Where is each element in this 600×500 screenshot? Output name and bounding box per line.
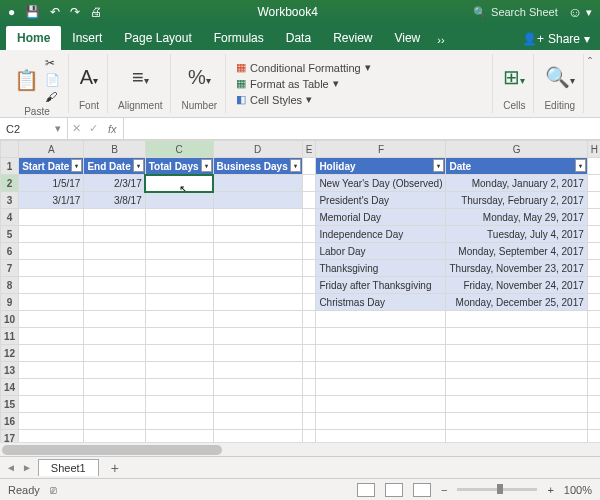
cell[interactable]	[19, 277, 84, 294]
zoom-in-button[interactable]: +	[547, 484, 553, 496]
cell[interactable]	[84, 277, 145, 294]
cell[interactable]	[587, 345, 600, 362]
col-header-b[interactable]: B	[84, 141, 145, 158]
cell[interactable]	[19, 311, 84, 328]
cell[interactable]	[446, 328, 587, 345]
cell[interactable]	[213, 175, 302, 192]
row-header-4[interactable]: 4	[1, 209, 19, 226]
cell[interactable]	[145, 294, 213, 311]
cell[interactable]	[446, 430, 587, 443]
cell[interactable]	[587, 226, 600, 243]
editing-icon[interactable]: 🔍▾	[545, 65, 575, 89]
cell[interactable]	[587, 294, 600, 311]
cell[interactable]	[84, 260, 145, 277]
cell[interactable]: Labor Day	[316, 243, 446, 260]
row-header-9[interactable]: 9	[1, 294, 19, 311]
row-header-16[interactable]: 16	[1, 413, 19, 430]
cell[interactable]	[213, 430, 302, 443]
cell[interactable]	[145, 209, 213, 226]
format-painter-icon[interactable]: 🖌	[45, 90, 60, 104]
row-header-10[interactable]: 10	[1, 311, 19, 328]
fx-icon[interactable]: fx	[102, 118, 124, 139]
cell[interactable]	[19, 379, 84, 396]
cell[interactable]	[145, 430, 213, 443]
cell[interactable]	[19, 413, 84, 430]
cell[interactable]	[587, 362, 600, 379]
cell[interactable]	[84, 362, 145, 379]
cell[interactable]	[316, 413, 446, 430]
view-page-break-icon[interactable]	[413, 483, 431, 497]
row-header-11[interactable]: 11	[1, 328, 19, 345]
filter-icon[interactable]: ▾	[133, 159, 144, 172]
cell-styles-button[interactable]: ◧Cell Styles ▾	[236, 92, 312, 107]
row-header-1[interactable]: 1	[1, 158, 19, 175]
cell[interactable]	[587, 158, 600, 175]
cell[interactable]	[19, 209, 84, 226]
cell[interactable]: Independence Day	[316, 226, 446, 243]
cell[interactable]	[302, 243, 316, 260]
cell[interactable]	[84, 243, 145, 260]
zoom-slider[interactable]	[457, 488, 537, 491]
add-sheet-button[interactable]: +	[105, 460, 125, 476]
cell[interactable]	[316, 396, 446, 413]
horizontal-scrollbar[interactable]	[0, 442, 600, 456]
redo-icon[interactable]: ↷	[70, 5, 80, 19]
cell[interactable]	[84, 379, 145, 396]
print-icon[interactable]: 🖨	[90, 5, 102, 19]
row-header-13[interactable]: 13	[1, 362, 19, 379]
cell[interactable]	[302, 294, 316, 311]
cell[interactable]	[84, 226, 145, 243]
cell[interactable]	[302, 175, 316, 192]
cell[interactable]	[446, 379, 587, 396]
cell[interactable]	[302, 277, 316, 294]
search-box[interactable]: 🔍 Search Sheet	[473, 6, 558, 19]
cell[interactable]	[84, 413, 145, 430]
cell[interactable]	[302, 430, 316, 443]
cell[interactable]	[19, 396, 84, 413]
filter-icon[interactable]: ▾	[201, 159, 212, 172]
tab-page-layout[interactable]: Page Layout	[113, 26, 202, 50]
cell[interactable]	[587, 260, 600, 277]
cell[interactable]: Total Days▾	[145, 158, 213, 175]
cell[interactable]	[19, 243, 84, 260]
cell[interactable]: Monday, May 29, 2017	[446, 209, 587, 226]
cell[interactable]	[145, 379, 213, 396]
row-header-14[interactable]: 14	[1, 379, 19, 396]
tab-review[interactable]: Review	[322, 26, 383, 50]
cells-icon[interactable]: ⊞▾	[503, 65, 525, 89]
format-as-table-button[interactable]: ▦Format as Table ▾	[236, 76, 339, 91]
cell[interactable]	[145, 328, 213, 345]
zoom-out-button[interactable]: −	[441, 484, 447, 496]
cell[interactable]	[213, 294, 302, 311]
cell[interactable]	[446, 311, 587, 328]
cell[interactable]	[19, 430, 84, 443]
cell[interactable]	[84, 294, 145, 311]
cell[interactable]	[213, 243, 302, 260]
cell[interactable]	[213, 277, 302, 294]
cell[interactable]	[84, 396, 145, 413]
row-header-12[interactable]: 12	[1, 345, 19, 362]
cell[interactable]	[587, 175, 600, 192]
cell[interactable]	[213, 413, 302, 430]
tab-view[interactable]: View	[383, 26, 431, 50]
cut-icon[interactable]: ✂	[45, 56, 60, 70]
cell[interactable]: ↖	[145, 175, 213, 192]
cell[interactable]	[446, 413, 587, 430]
cell[interactable]	[19, 260, 84, 277]
undo-icon[interactable]: ↶	[50, 5, 60, 19]
cell[interactable]	[302, 192, 316, 209]
conditional-formatting-button[interactable]: ▦Conditional Formatting ▾	[236, 60, 371, 75]
cell[interactable]: Date▾	[446, 158, 587, 175]
cell[interactable]	[302, 158, 316, 175]
cell[interactable]	[213, 260, 302, 277]
tab-insert[interactable]: Insert	[61, 26, 113, 50]
cell[interactable]	[84, 328, 145, 345]
cell[interactable]: Thanksgiving	[316, 260, 446, 277]
cell[interactable]	[213, 311, 302, 328]
cell[interactable]	[587, 311, 600, 328]
cell[interactable]	[587, 430, 600, 443]
tab-formulas[interactable]: Formulas	[203, 26, 275, 50]
cell[interactable]	[213, 362, 302, 379]
cell[interactable]	[19, 226, 84, 243]
sheet-next-icon[interactable]: ►	[22, 462, 32, 473]
